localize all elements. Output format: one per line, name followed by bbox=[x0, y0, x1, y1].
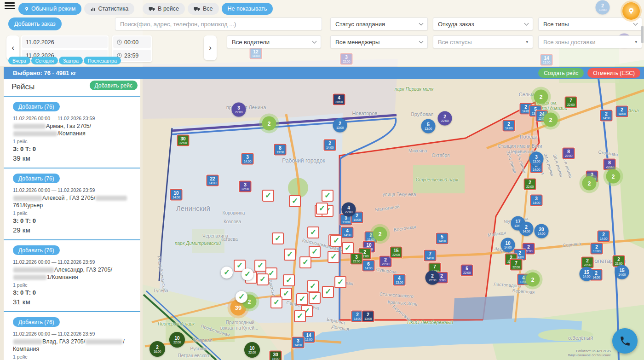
order-source-dropdown[interactable]: Откуда заказ bbox=[433, 17, 533, 30]
map-cluster-marker[interactable]: 2 bbox=[373, 227, 387, 241]
map-cluster-marker[interactable]: 2 bbox=[526, 273, 540, 287]
lightbulb-icon[interactable] bbox=[622, 2, 640, 20]
next-date-button[interactable]: › bbox=[204, 35, 217, 60]
map-cluster-marker[interactable]: 422:00 bbox=[342, 203, 356, 217]
all-filter-button[interactable]: Все bbox=[188, 3, 219, 15]
tag-yesterday[interactable]: Вчера bbox=[8, 57, 30, 64]
map-cluster-marker[interactable]: 2 bbox=[534, 90, 548, 104]
selected-order-marker[interactable]: ✓ bbox=[283, 274, 295, 286]
map-cluster-marker[interactable]: 2 bbox=[606, 169, 621, 184]
search-input[interactable] bbox=[115, 17, 322, 30]
map-order-marker[interactable]: 514:00 bbox=[436, 233, 448, 244]
map-order-marker[interactable]: 1522:00 bbox=[390, 247, 402, 258]
map-cluster-marker[interactable]: 213:00 bbox=[333, 118, 347, 133]
map-cluster-marker[interactable]: 2 bbox=[544, 113, 558, 127]
selected-order-marker[interactable]: ✓ bbox=[334, 276, 346, 288]
time-from-field[interactable]: 00:00 bbox=[113, 36, 151, 48]
tag-after-tomorrow[interactable]: Послезавтра bbox=[84, 57, 121, 64]
map-order-marker[interactable]: 722:00 bbox=[565, 97, 577, 108]
selected-order-marker[interactable]: ✓ bbox=[299, 256, 311, 268]
map-order-marker[interactable]: 214:00 bbox=[324, 139, 336, 151]
map-order-marker[interactable]: 420:00 bbox=[333, 94, 345, 105]
drivers-dropdown[interactable]: Все водители bbox=[227, 35, 321, 48]
map-cluster-marker[interactable]: 2 bbox=[262, 116, 276, 131]
selected-order-marker[interactable]: ✓ bbox=[284, 249, 296, 261]
map-cluster-marker[interactable]: 1514:00 bbox=[580, 267, 594, 281]
selected-order-marker[interactable]: ✓ bbox=[296, 293, 308, 305]
map-cluster-marker[interactable]: 214:00 bbox=[519, 222, 534, 236]
selected-order-marker[interactable]: ✓ bbox=[257, 273, 269, 285]
selected-order-marker[interactable]: ✓ bbox=[254, 260, 266, 272]
map-order-marker[interactable]: 213:00 bbox=[591, 243, 603, 255]
cancel-selection-button[interactable]: Отменить (ESC) bbox=[587, 68, 640, 78]
selected-order-marker[interactable]: ✓ bbox=[270, 296, 282, 308]
map-cluster-marker[interactable]: 513:00 bbox=[421, 119, 436, 134]
selected-order-marker[interactable]: ✓ bbox=[342, 242, 354, 254]
add-trip-button[interactable]: Добавить рейс bbox=[90, 81, 138, 90]
map-cluster-marker[interactable]: 1022:00 bbox=[244, 342, 260, 358]
selected-order-marker[interactable]: ✓ bbox=[236, 291, 247, 303]
map-order-marker[interactable]: 322:00 bbox=[351, 253, 363, 265]
managers-dropdown[interactable]: Все менеджеры bbox=[330, 35, 428, 48]
map-cluster-marker[interactable]: 216:00 bbox=[150, 341, 165, 357]
in-trip-filter-button[interactable]: В рейсе bbox=[143, 3, 185, 15]
map-order-marker[interactable]: 822:00 bbox=[604, 159, 616, 170]
selected-order-marker[interactable]: ✓ bbox=[272, 232, 284, 244]
map-order-marker[interactable]: 214:00 bbox=[616, 106, 628, 117]
tag-tomorrow[interactable]: Завтра bbox=[59, 57, 83, 64]
zones-dropdown[interactable]: Все зоны доставки ▾ bbox=[538, 35, 642, 48]
map-order-marker[interactable]: 214:00 bbox=[600, 110, 613, 122]
late-status-dropdown[interactable]: Статус опаздания bbox=[330, 17, 428, 30]
add-orders-to-trip-button[interactable]: Добавить (76) bbox=[13, 174, 60, 183]
map-cluster-marker[interactable]: 1022:00 bbox=[169, 332, 185, 348]
map-order-marker[interactable]: 214:00 bbox=[503, 120, 515, 132]
selected-order-marker[interactable]: ✓ bbox=[289, 195, 301, 207]
menu-icon[interactable] bbox=[5, 2, 15, 11]
map-order-marker[interactable]: 413:00 bbox=[393, 274, 406, 286]
add-orders-to-trip-button[interactable]: Добавить (76) bbox=[13, 317, 60, 327]
selected-order-marker[interactable]: ✓ bbox=[322, 190, 334, 202]
map-order-marker[interactable]: 414:00 bbox=[341, 227, 354, 238]
map-cluster-marker[interactable]: 313:00 bbox=[529, 152, 544, 166]
add-order-button[interactable]: Добавить заказ bbox=[8, 17, 62, 30]
selected-order-marker[interactable]: ✓ bbox=[307, 280, 319, 292]
hide-filter-button[interactable]: Не показывать bbox=[222, 3, 273, 15]
add-orders-to-trip-button[interactable]: Добавить (76) bbox=[13, 102, 60, 111]
map-order-marker[interactable]: 822:00 bbox=[563, 148, 575, 159]
map-order-marker[interactable]: 3016:00 bbox=[270, 351, 282, 360]
selected-order-marker[interactable]: ✓ bbox=[294, 310, 306, 322]
phone-call-button[interactable] bbox=[612, 328, 638, 354]
map-order-marker[interactable]: 714:00 bbox=[424, 250, 437, 261]
selected-order-marker[interactable]: ✓ bbox=[330, 235, 342, 247]
map-order-marker[interactable]: 314:00 bbox=[292, 337, 305, 348]
map-order-marker[interactable]: 222:00 bbox=[524, 179, 536, 190]
statistics-button[interactable]: Статистика bbox=[84, 3, 134, 15]
statuses-dropdown[interactable]: Все статусы ▾ bbox=[433, 35, 533, 48]
map-cluster-marker[interactable]: 222:00 bbox=[438, 111, 452, 126]
map-order-marker[interactable]: 314:00 bbox=[530, 195, 543, 206]
map-order-marker[interactable]: 213:00 bbox=[362, 311, 374, 322]
map-cluster-marker[interactable]: 1014:00 bbox=[501, 238, 515, 252]
date-from-field[interactable]: 11.02.2026 bbox=[22, 36, 108, 48]
selected-order-marker[interactable]: ✓ bbox=[307, 226, 319, 238]
map-cluster-marker[interactable]: 222:00 bbox=[426, 271, 440, 285]
map-order-marker[interactable]: 3022:00 bbox=[177, 135, 190, 146]
order-types-dropdown[interactable]: Все типы bbox=[538, 17, 642, 30]
map-order-marker[interactable]: 614:00 bbox=[362, 260, 375, 272]
normal-mode-button[interactable]: Обычный режим bbox=[18, 3, 81, 15]
selected-order-marker[interactable]: ✓ bbox=[309, 246, 321, 258]
tag-today[interactable]: Сегодня bbox=[31, 57, 58, 64]
map-cluster-marker[interactable]: 2014:00 bbox=[535, 224, 549, 238]
map-order-marker[interactable]: 1014:00 bbox=[170, 189, 183, 201]
map-order-marker[interactable]: 2214:00 bbox=[207, 175, 219, 186]
map-order-marker[interactable]: 1412:00 bbox=[303, 331, 315, 343]
selected-order-marker[interactable]: ✓ bbox=[262, 190, 274, 202]
map-order-marker[interactable]: 322:00 bbox=[239, 181, 252, 192]
scrollbar-thumb[interactable] bbox=[641, 26, 644, 43]
selected-order-marker[interactable]: ✓ bbox=[322, 286, 334, 298]
map-order-marker[interactable]: 522:00 bbox=[461, 265, 473, 276]
map-order-marker[interactable]: 722:00 bbox=[510, 259, 523, 271]
map-order-marker[interactable]: 813:00 bbox=[274, 144, 287, 156]
selected-order-marker[interactable]: ✓ bbox=[221, 267, 233, 279]
map-order-marker[interactable]: 214:00 bbox=[598, 231, 610, 242]
